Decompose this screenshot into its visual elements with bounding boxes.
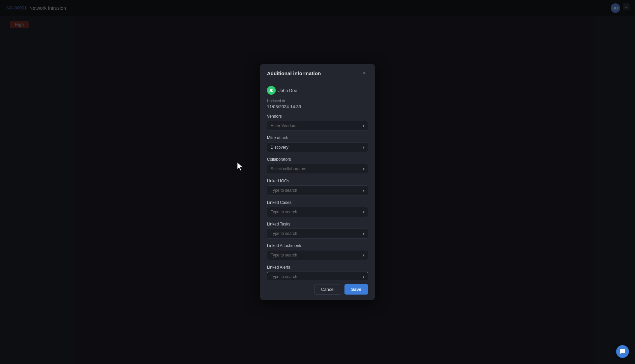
collaborators-label: Collaborators [267, 157, 368, 162]
linked-tasks-select-wrapper: ▾ [267, 229, 368, 239]
modal-title: Additional information [267, 70, 321, 76]
linked-tasks-label: Linked Tasks [267, 222, 368, 226]
vendors-select-wrapper: ▾ [267, 121, 368, 131]
mitre-attack-label: Mitre attack [267, 135, 368, 140]
linked-cases-input[interactable] [267, 207, 368, 217]
modal-body: JD John Doe Updated At 11/03/2024 14:33 … [260, 81, 375, 280]
updated-at-section: Updated At 11/03/2024 14:33 [267, 99, 368, 109]
updated-at-value: 11/03/2024 14:33 [267, 104, 368, 109]
additional-info-modal: Additional information × JD John Doe Upd… [260, 64, 375, 300]
mitre-select-wrapper: ▾ [267, 142, 368, 152]
mitre-attack-field: Mitre attack ▾ [267, 135, 368, 152]
mitre-attack-input[interactable] [267, 142, 368, 152]
modal-close-button[interactable]: × [361, 69, 368, 77]
linked-cases-select-wrapper: ▾ [267, 207, 368, 217]
save-button[interactable]: Save [344, 284, 368, 295]
cancel-button[interactable]: Cancel [314, 284, 341, 295]
linked-alerts-label: Linked Alerts [267, 265, 368, 270]
linked-cases-field: Linked Cases ▾ [267, 200, 368, 217]
linked-iocs-label: Linked IOCs [267, 179, 368, 183]
collaborators-select-wrapper: ▾ [267, 164, 368, 174]
linked-iocs-field: Linked IOCs ▾ [267, 179, 368, 195]
user-row: JD John Doe [267, 86, 368, 95]
linked-alerts-input[interactable] [267, 272, 368, 280]
collaborators-input[interactable] [267, 164, 368, 174]
linked-tasks-input[interactable] [267, 229, 368, 239]
linked-attachments-input[interactable] [267, 250, 368, 260]
linked-cases-label: Linked Cases [267, 200, 368, 205]
vendors-field: Vendors ▾ [267, 114, 368, 131]
modal-footer: Cancel Save [260, 280, 375, 300]
user-avatar: JD [267, 86, 276, 95]
user-name: John Doe [278, 88, 297, 93]
linked-attachments-field: Linked Attachments ▾ [267, 243, 368, 260]
modal-header: Additional information × [260, 64, 375, 81]
linked-alerts-select-wrapper: ▴ [267, 272, 368, 280]
chat-support-button[interactable] [616, 345, 629, 358]
linked-iocs-select-wrapper: ▾ [267, 185, 368, 195]
linked-attachments-label: Linked Attachments [267, 243, 368, 248]
linked-attachments-select-wrapper: ▾ [267, 250, 368, 260]
linked-iocs-input[interactable] [267, 185, 368, 195]
collaborators-field: Collaborators ▾ [267, 157, 368, 174]
vendors-label: Vendors [267, 114, 368, 119]
updated-at-label: Updated At [267, 99, 368, 103]
linked-tasks-field: Linked Tasks ▾ [267, 222, 368, 239]
linked-alerts-field: Linked Alerts ▴ [267, 265, 368, 280]
vendors-input[interactable] [267, 121, 368, 131]
